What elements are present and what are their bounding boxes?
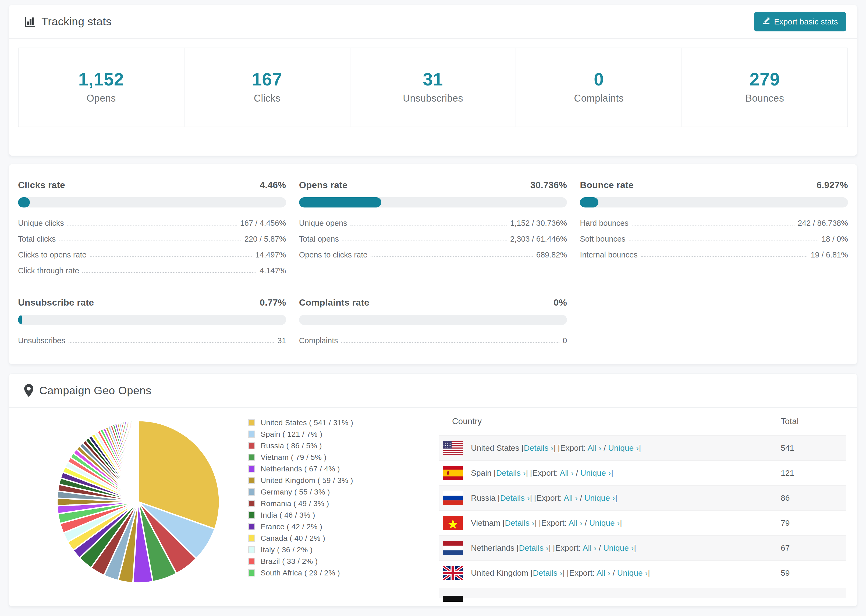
rate-title: Unsubscribe rate: [18, 297, 94, 308]
details-link[interactable]: Details ›: [533, 569, 562, 577]
rate-row: Total opens2,303 / 61.446%: [299, 235, 567, 244]
total-cell: 541: [781, 443, 794, 453]
export-unique-link[interactable]: Unique ›: [617, 569, 648, 577]
details-link[interactable]: Details ›: [505, 519, 534, 527]
legend-label: France ( 42 / 2% ): [261, 522, 322, 531]
total-cell: 79: [781, 519, 790, 528]
rate-progress-track: [18, 197, 286, 207]
summary-label: Complaints: [516, 93, 682, 104]
export-button-label: Export basic stats: [774, 17, 838, 26]
legend-item-italy[interactable]: Italy ( 36 / 2% ): [248, 544, 353, 556]
legend-swatch: [248, 558, 255, 565]
country-cell: Russia [Details ›] [Export: All › / Uniq…: [471, 493, 617, 503]
export-all-link[interactable]: All ›: [564, 493, 578, 502]
rate-row-value: 1,152 / 30.736%: [510, 219, 567, 228]
rate-title: Clicks rate: [18, 180, 65, 190]
dotted-leader: [632, 225, 794, 225]
country-name: Spain [: [471, 468, 496, 477]
summary-value: 1,152: [19, 69, 184, 90]
rate-title-row: Unsubscribe rate0.77%: [18, 297, 286, 308]
rate-rows: Unique clicks167 / 4.456%Total clicks220…: [18, 219, 286, 275]
export-all-link[interactable]: All ›: [597, 569, 611, 577]
rate-row-label: Total opens: [299, 235, 339, 244]
export-unique-link[interactable]: Unique ›: [608, 443, 638, 452]
tracking-stats-title-text: Tracking stats: [41, 15, 112, 28]
bracket-close: ]: [634, 544, 636, 552]
export-all-link[interactable]: All ›: [587, 443, 601, 452]
export-all-link[interactable]: All ›: [560, 468, 574, 477]
legend-label: South Africa ( 29 / 2% ): [261, 569, 340, 577]
rate-percentage: 0%: [554, 297, 567, 308]
rate-row-value: 2,303 / 61.446%: [510, 235, 567, 244]
export-basic-stats-button[interactable]: Export basic stats: [754, 12, 846, 31]
legend-label: Russia ( 86 / 5% ): [261, 442, 322, 450]
total-cell: 86: [781, 493, 790, 503]
legend-label: Canada ( 40 / 2% ): [261, 534, 325, 543]
dotted-leader: [90, 256, 252, 257]
legend-item-vietnam[interactable]: Vietnam ( 79 / 5% ): [248, 451, 353, 463]
legend-item-south-africa[interactable]: South Africa ( 29 / 2% ): [248, 567, 353, 579]
export-unique-link[interactable]: Unique ›: [580, 468, 611, 477]
legend-item-united-kingdom[interactable]: United Kingdom ( 59 / 3% ): [248, 475, 353, 486]
export-all-link[interactable]: All ›: [583, 544, 597, 552]
bracket-close: ]: [639, 443, 641, 452]
table-row-gb: United Kingdom [Details ›] [Export: All …: [439, 560, 846, 585]
table-row-vn: Vietnam [Details ›] [Export: All › / Uni…: [439, 510, 846, 535]
export-unique-link[interactable]: Unique ›: [603, 544, 634, 552]
legend-swatch: [248, 465, 255, 473]
legend-item-india[interactable]: India ( 46 / 3% ): [248, 509, 353, 521]
export-label: ] [Export:: [526, 468, 560, 477]
rate-row-value: 4.147%: [260, 266, 286, 275]
rate-row-label: Clicks to opens rate: [18, 250, 87, 259]
country-cell: United States [Details ›] [Export: All ›…: [471, 443, 641, 453]
geo-header: Campaign Geo Opens: [9, 374, 857, 408]
dotted-leader: [341, 342, 559, 343]
bar-chart-icon: [24, 16, 36, 27]
export-label: ] [Export:: [553, 443, 587, 452]
legend-item-united-states[interactable]: United States ( 541 / 31% ): [248, 417, 353, 428]
legend-item-germany[interactable]: Germany ( 55 / 3% ): [248, 486, 353, 498]
legend-item-netherlands[interactable]: Netherlands ( 67 / 4% ): [248, 463, 353, 475]
flag-vn-icon: [443, 516, 463, 530]
tracking-stats-header: Tracking stats Export basic stats: [9, 5, 857, 39]
rate-block-clicks-rate: Clicks rate4.46%Unique clicks167 / 4.456…: [18, 180, 286, 275]
summary-label: Unsubscribes: [350, 93, 516, 104]
legend-swatch: [248, 569, 255, 577]
country-name: Russia [: [471, 493, 500, 502]
export-unique-link[interactable]: Unique ›: [584, 493, 615, 502]
details-link[interactable]: Details ›: [519, 544, 548, 552]
rate-rows: Unsubscribes31: [18, 336, 286, 345]
legend-item-canada[interactable]: Canada ( 40 / 2% ): [248, 533, 353, 544]
rate-title-row: Bounce rate6.927%: [580, 180, 848, 190]
rate-progress-track: [299, 197, 567, 207]
legend-item-france[interactable]: France ( 42 / 2% ): [248, 521, 353, 533]
legend-label: Italy ( 36 / 2% ): [261, 545, 313, 554]
rate-progress-fill: [18, 315, 22, 325]
rate-row: Unsubscribes31: [18, 336, 286, 345]
rates-grid: Clicks rate4.46%Unique clicks167 / 4.456…: [9, 164, 857, 364]
column-header-country: Country: [439, 416, 482, 426]
legend-item-romania[interactable]: Romania ( 49 / 3% ): [248, 498, 353, 509]
dotted-leader: [69, 342, 274, 343]
summary-box-unsubscribes: 31Unsubscribes: [350, 48, 516, 127]
details-link[interactable]: Details ›: [496, 468, 526, 477]
rate-row: Unique clicks167 / 4.456%: [18, 219, 286, 228]
legend-item-russia[interactable]: Russia ( 86 / 5% ): [248, 440, 353, 451]
dotted-leader: [350, 225, 507, 225]
bracket-close: ]: [648, 569, 650, 577]
rate-row-label: Unsubscribes: [18, 336, 65, 345]
export-all-link[interactable]: All ›: [568, 519, 583, 527]
export-unique-link[interactable]: Unique ›: [589, 519, 620, 527]
legend-swatch: [248, 431, 255, 438]
legend-item-brazil[interactable]: Brazil ( 33 / 2% ): [248, 556, 353, 567]
legend-swatch: [248, 523, 255, 530]
details-link[interactable]: Details ›: [524, 443, 553, 452]
legend-label: United Kingdom ( 59 / 3% ): [261, 476, 353, 485]
country-cell: United Kingdom [Details ›] [Export: All …: [471, 569, 650, 578]
country-cell: Vietnam [Details ›] [Export: All › / Uni…: [471, 519, 622, 528]
legend-item-spain[interactable]: Spain ( 121 / 7% ): [248, 428, 353, 440]
rate-row: Clicks to opens rate14.497%: [18, 250, 286, 259]
legend-swatch: [248, 454, 255, 461]
details-link[interactable]: Details ›: [500, 493, 529, 502]
export-icon: [762, 17, 770, 27]
